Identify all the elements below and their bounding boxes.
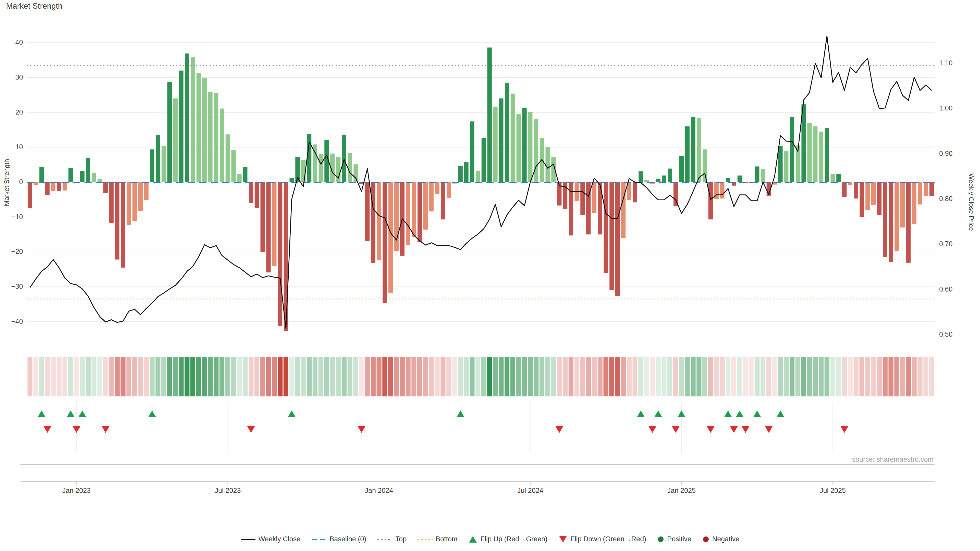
heatmap-cell (196, 357, 201, 396)
source-credit: source: sharemaestro.com (852, 456, 934, 464)
strength-bar (807, 123, 811, 182)
strength-bar (214, 93, 218, 182)
legend: Weekly Close Baseline (0) Top Bottom Fli… (0, 535, 980, 543)
strength-bar (429, 182, 434, 211)
strength-bar (464, 162, 468, 182)
heatmap-cell (877, 357, 882, 396)
heatmap-cell (313, 357, 318, 396)
heatmap-cell (132, 357, 137, 396)
heatmap-cell (824, 357, 829, 396)
strength-bar (685, 126, 690, 182)
heatmap-cell (33, 357, 38, 396)
heatmap-cell (807, 357, 812, 396)
heatmap-cell (266, 357, 271, 396)
strength-bar (243, 167, 247, 182)
flip-up-marker (753, 410, 761, 417)
left-axis-tick-label: −20 (0, 248, 23, 256)
legend-item-weekly-close[interactable]: Weekly Close (241, 535, 301, 543)
heatmap-cell (574, 357, 579, 396)
heatmap-cell (359, 357, 364, 396)
heatmap-cell (662, 357, 667, 396)
heatmap-cell (499, 357, 504, 396)
strength-bar (825, 128, 829, 182)
legend-item-baseline[interactable]: Baseline (0) (312, 535, 366, 543)
strength-bar (813, 126, 818, 182)
heatmap-cell (767, 357, 771, 396)
strength-bar (80, 171, 84, 182)
heatmap-cell (150, 357, 155, 396)
legend-label: Negative (712, 535, 740, 543)
strength-bar (546, 147, 550, 182)
heatmap-cell (720, 357, 724, 396)
heatmap-cell (912, 357, 917, 396)
legend-item-negative[interactable]: Negative (703, 535, 740, 543)
chart-canvas[interactable] (0, 0, 980, 530)
heatmap-cell (167, 357, 172, 396)
strength-bar (505, 83, 509, 182)
strength-bar (761, 169, 765, 182)
heatmap-cell (74, 357, 79, 396)
strength-bar (854, 182, 858, 198)
heatmap-cell (336, 357, 341, 396)
strength-bar (778, 146, 783, 182)
dotted-orange-swatch-icon (418, 535, 433, 543)
heatmap-cell (697, 357, 701, 396)
heatmap-cell (115, 357, 120, 396)
flip-up-marker (678, 410, 685, 417)
strength-bar (28, 182, 32, 208)
line-swatch-icon (241, 535, 256, 543)
legend-item-positive[interactable]: Positive (657, 535, 691, 543)
red-dot-icon (703, 535, 709, 543)
strength-bar (732, 182, 736, 186)
left-axis-tick-label: −30 (0, 283, 23, 291)
strength-bar (691, 117, 695, 182)
heatmap-cell (604, 357, 608, 396)
x-axis-tick-label: Jan 2025 (659, 487, 704, 495)
heatmap-cell (307, 357, 312, 396)
market-strength-figure: Market Strength Market Strength Weekly C… (0, 0, 980, 551)
strength-bar (697, 118, 701, 182)
strength-bar (738, 176, 742, 182)
strength-bar (417, 182, 422, 242)
legend-item-flip-down[interactable]: Flip Down (Green→Red) (558, 535, 646, 543)
strength-bar (353, 164, 358, 182)
x-axis-tick-label: Jan 2023 (54, 487, 100, 495)
legend-item-bottom[interactable]: Bottom (418, 535, 458, 543)
strength-bar (714, 182, 719, 199)
heatmap-cell (411, 357, 416, 396)
heatmap-cell (621, 357, 626, 396)
strength-bar (499, 98, 503, 182)
strength-bar (656, 179, 660, 182)
strength-bar (924, 182, 928, 196)
heatmap-cell (156, 357, 160, 396)
heatmap-cell (417, 357, 422, 396)
heatmap-cell (830, 357, 835, 396)
right-axis-tick-label: 0.90 (939, 150, 953, 158)
legend-item-top[interactable]: Top (377, 535, 407, 543)
strength-bar (929, 182, 934, 196)
heatmap-cell (365, 357, 370, 396)
strength-bar (883, 182, 887, 257)
flip-up-marker (637, 410, 645, 417)
strength-bar (220, 109, 224, 182)
heatmap-cell (429, 357, 434, 396)
triangle-up-icon (469, 535, 477, 543)
legend-item-flip-up[interactable]: Flip Up (Red→Green) (469, 535, 547, 543)
strength-bar (604, 182, 608, 273)
strength-bar (889, 182, 893, 262)
heatmap-cell (778, 357, 783, 396)
legend-label: Positive (667, 535, 691, 543)
legend-label: Flip Up (Red→Green) (480, 535, 547, 543)
heatmap-cell (859, 357, 864, 396)
flip-down-marker (555, 426, 563, 433)
x-axis-tick-label: Jul 2023 (205, 487, 251, 495)
heatmap-cell (632, 357, 637, 396)
x-axis-tick-label: Jan 2024 (356, 487, 402, 495)
heatmap-cell (68, 357, 73, 396)
heatmap-cell (644, 357, 649, 396)
flip-up-marker (776, 410, 784, 417)
strength-bar (615, 182, 620, 296)
strength-bar (179, 71, 183, 182)
heatmap-cell (295, 357, 300, 396)
heatmap-cell (690, 357, 695, 396)
